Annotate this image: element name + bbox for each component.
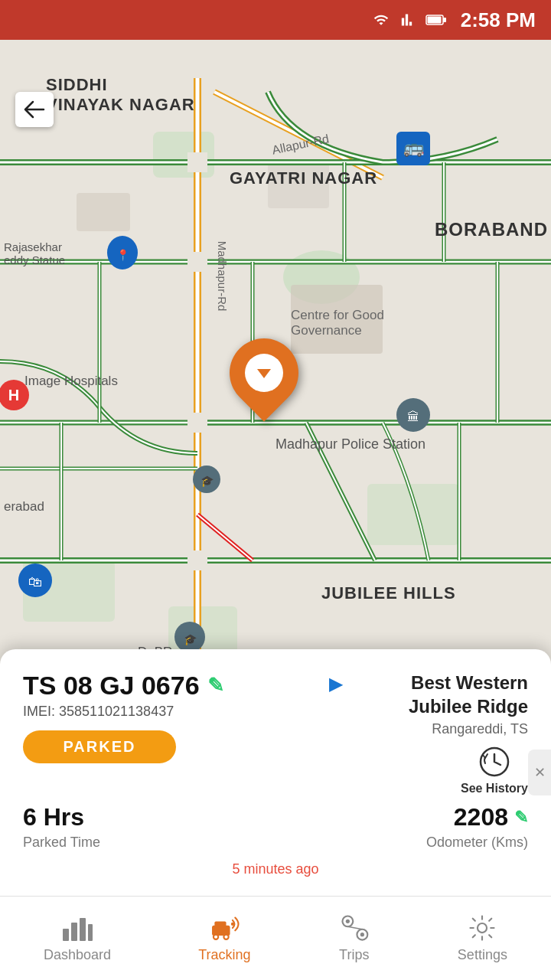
svg-rect-45 [187,252,207,272]
svg-text:📍: 📍 [116,249,130,262]
parked-time-label: Parked Time [23,835,100,851]
map-label-governance: Centre for GoodGovernance [291,308,384,338]
dashboard-icon [61,913,93,942]
location-name: Best Western Jubilee Ridge [348,671,528,718]
svg-rect-44 [187,152,207,172]
svg-rect-67 [88,924,93,941]
map-label-madhapur: Madhapur Police Station [276,436,425,452]
nav-settings[interactable]: Settings [442,906,523,971]
svg-rect-65 [71,923,77,941]
parked-time-value: 6 Hrs [23,803,100,831]
svg-rect-47 [187,550,207,570]
svg-point-71 [214,936,217,939]
svg-rect-6 [367,484,459,545]
vehicle-id: TS 08 GJ 0676 ✎ [23,671,224,701]
nav-dashboard[interactable]: Dashboard [28,906,126,971]
map-label-jubilee: JUBILEE HILLS [321,583,456,603]
parked-badge: PARKED [23,730,176,763]
status-time: 2:58 PM [461,8,536,32]
map-label-siddhi: SIDDHIVINAYAK NAGAR [46,75,195,115]
svg-point-76 [346,920,350,923]
map-label-madhapur-rd: Madhapur-Rd [216,241,229,312]
location-sub: Rangareddi, TS [432,721,528,737]
map-area: 🚌 H 🛍 🎓 🏛 🎓 📍 GAYATRI NAGAR BORABAND JUB… [0,40,551,729]
svg-point-78 [360,933,364,936]
svg-rect-64 [63,929,69,941]
nav-dashboard-label: Dashboard [44,947,111,963]
svg-rect-69 [215,922,227,928]
svg-point-74 [231,923,234,926]
svg-rect-1 [443,18,446,22]
nav-tracking-label: Tracking [198,947,250,963]
odometer-value: 2208 ✎ [454,803,528,831]
nav-trips-label: Trips [339,947,369,963]
info-card: ✕ TS 08 GJ 0676 ✎ IMEI: 358511021138437 … [0,649,551,896]
signal-icon [398,12,419,28]
tracking-icon [208,913,240,942]
see-history-label: See History [461,782,528,795]
location-pin [230,338,298,415]
navigate-arrow-icon: ▶ [329,674,342,696]
svg-marker-62 [257,369,271,378]
settings-icon [466,913,498,942]
odometer-label: Odometer (Kms) [426,835,528,851]
svg-rect-2 [427,17,441,24]
bottom-nav: Dashboard Tracking Trips [0,896,551,980]
map-label-borband: BORABAND [435,219,548,240]
edit-vehicle-icon[interactable]: ✎ [207,674,224,697]
nav-tracking[interactable]: Tracking [183,906,266,971]
svg-rect-66 [80,918,86,941]
edit-odometer-icon[interactable]: ✎ [514,808,528,828]
svg-line-79 [347,926,362,929]
svg-text:🛍: 🛍 [28,574,42,590]
svg-rect-11 [77,193,130,231]
wifi-icon [370,12,392,28]
svg-rect-46 [187,413,207,433]
imei-text: IMEI: 358511021138437 [23,704,224,720]
svg-text:🚌: 🚌 [403,137,425,158]
nav-trips[interactable]: Trips [323,906,386,971]
history-icon [478,745,511,779]
see-history-button[interactable]: See History [461,745,528,795]
svg-point-73 [225,936,228,939]
svg-text:🎓: 🎓 [184,633,197,646]
last-update: 5 minutes ago [23,861,528,877]
svg-text:🏛: 🏛 [407,410,419,423]
trips-icon [338,913,370,942]
svg-point-80 [478,923,487,933]
svg-text:🎓: 🎓 [201,475,214,488]
nav-settings-label: Settings [458,947,507,963]
card-close-button[interactable]: ✕ [528,750,551,795]
map-label-rajasekhar: Rajasekhareddy Statue [4,240,65,266]
map-label-image: Image Hospitals [24,374,118,389]
battery-icon [425,12,447,28]
map-label-gayatri: GAYATRI NAGAR [230,168,377,188]
status-bar: 2:58 PM [0,0,551,40]
svg-text:H: H [8,387,19,403]
map-label-hyderabad: erabad [4,499,44,514]
back-button[interactable] [15,92,54,127]
